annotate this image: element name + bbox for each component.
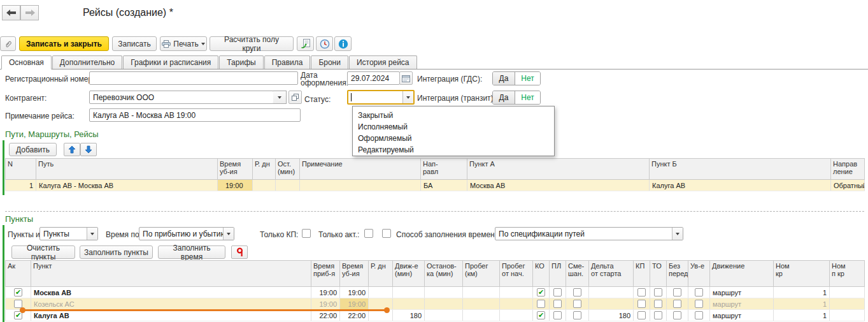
cell-move-min[interactable] xyxy=(393,287,425,298)
cell-direction[interactable]: Обратный xyxy=(831,180,865,191)
column-header[interactable]: N xyxy=(6,159,36,180)
fill-method-select[interactable]: По спецификации путей xyxy=(495,227,683,240)
cell-point-name[interactable]: Козельск АС xyxy=(31,298,311,310)
column-header[interactable]: Ном п кр xyxy=(830,261,865,287)
column-header[interactable]: Движ-е (мин) xyxy=(393,261,425,287)
column-header[interactable]: Время уб-ия xyxy=(218,159,253,180)
cell-point-b[interactable]: Калуга АВ xyxy=(650,180,831,191)
cell-run-from-start[interactable] xyxy=(500,298,533,310)
fill-method-enable-checkbox[interactable] xyxy=(382,229,391,238)
uve-checkbox[interactable] xyxy=(688,298,710,310)
time-by-select[interactable]: По прибытию и убытию xyxy=(139,227,234,240)
cell-run-from-start[interactable] xyxy=(500,287,533,298)
cell-note[interactable] xyxy=(300,180,421,191)
cell-num-kr[interactable]: 1 xyxy=(774,310,830,321)
ko-checkbox[interactable]: ✔ xyxy=(533,287,550,298)
status-combobox[interactable] xyxy=(347,90,415,105)
bez-pered-checkbox[interactable] xyxy=(667,287,688,298)
bez-pered-checkbox[interactable] xyxy=(667,310,688,321)
kp-checkbox[interactable] xyxy=(634,310,650,321)
cell-move-min[interactable]: 180 xyxy=(393,310,425,321)
fill-time-button[interactable]: Заполнить время xyxy=(158,245,225,259)
column-header[interactable]: Дельта от старта xyxy=(589,261,634,287)
active-checkbox[interactable]: ✔ xyxy=(6,310,31,321)
pl-checkbox[interactable] xyxy=(550,310,566,321)
tab-rules[interactable]: Правила xyxy=(264,55,311,69)
pl-checkbox[interactable] xyxy=(550,298,566,310)
mixed-checkbox[interactable] xyxy=(566,298,589,310)
column-header[interactable]: Время уб-ия xyxy=(340,261,369,287)
move-up-button[interactable] xyxy=(64,143,80,156)
point-row-kaluga[interactable]: ✔ Калуга АВ 22:00 22:00 180 ✔ 180 маршру… xyxy=(6,310,865,321)
note-input[interactable]: Калуга АВ - Москва АВ 19:00 xyxy=(89,108,301,122)
cell-movement[interactable]: маршрут xyxy=(710,287,774,298)
cell-ost[interactable] xyxy=(276,180,300,191)
cell-num-p-kr[interactable] xyxy=(830,287,865,298)
column-header[interactable]: Ном кр xyxy=(774,261,830,287)
point-row-kozelsk[interactable]: Козельск АС 19:00 19:00 маршрут 1 xyxy=(6,298,865,310)
save-close-button[interactable]: Записать и закрыть xyxy=(19,36,109,51)
cell-delta[interactable]: 180 xyxy=(589,310,634,321)
column-header[interactable]: Пункт А xyxy=(467,159,650,180)
cell-stop-min[interactable] xyxy=(425,310,463,321)
gds-no-button[interactable]: Нет xyxy=(515,72,540,85)
cell-arrival[interactable]: 22:00 xyxy=(311,310,340,321)
to-checkbox[interactable] xyxy=(650,298,667,310)
transit-no-button[interactable]: Нет xyxy=(515,91,540,104)
table-row[interactable]: 1 Калуга АВ - Москва АВ 19:00 БА Москва … xyxy=(6,180,865,191)
to-checkbox[interactable] xyxy=(650,310,667,321)
uve-checkbox[interactable] xyxy=(688,310,710,321)
calc-semicircles-button[interactable]: Расчитать полу круги xyxy=(210,36,294,51)
column-header[interactable]: КП xyxy=(634,261,650,287)
ko-checkbox[interactable]: ✔ xyxy=(533,310,550,321)
contractor-input[interactable]: Перевозчик ООО xyxy=(89,91,274,104)
column-header[interactable]: Пробег от нач. xyxy=(500,261,533,287)
cell-n[interactable]: 1 xyxy=(6,180,36,191)
cell-num-p-kr[interactable] xyxy=(830,298,865,310)
cell-departure[interactable]: 19:00 xyxy=(340,287,369,298)
cell-num-kr[interactable]: 1 xyxy=(774,298,830,310)
cell-run-from-start[interactable] xyxy=(500,310,533,321)
calendar-button[interactable] xyxy=(399,71,413,85)
fill-points-button[interactable]: Заполнить пункты xyxy=(80,245,153,259)
point-row-moskva[interactable]: ✔ Москва АВ 19:00 19:00 ✔ маршрут 1 xyxy=(6,287,865,298)
column-header[interactable]: КО xyxy=(533,261,550,287)
report-button[interactable] xyxy=(297,36,314,51)
cell-stop-min[interactable] xyxy=(425,298,463,310)
forward-button[interactable] xyxy=(20,5,39,20)
mixed-checkbox[interactable] xyxy=(566,310,589,321)
back-button[interactable] xyxy=(2,5,20,20)
status-option-executing[interactable]: Исполняемый xyxy=(353,121,554,133)
to-checkbox[interactable] xyxy=(650,287,667,298)
column-header[interactable]: Пробег (км) xyxy=(463,261,500,287)
cell-run-km[interactable] xyxy=(463,287,500,298)
cell-movement[interactable]: маршрут xyxy=(710,310,774,321)
print-button[interactable]: Печать xyxy=(160,36,207,51)
tab-schedules[interactable]: Графики и расписания xyxy=(123,55,218,69)
cell-arrival[interactable]: 19:00 xyxy=(311,298,340,310)
cell-dir-code[interactable]: БА xyxy=(421,180,467,191)
column-header[interactable]: Время приб-я xyxy=(311,261,340,287)
column-header[interactable]: Путь xyxy=(36,159,218,180)
active-checkbox[interactable]: ✔ xyxy=(6,287,31,298)
column-header[interactable]: Ост. (мин) xyxy=(276,159,300,180)
cell-stop-min[interactable] xyxy=(425,287,463,298)
ko-checkbox[interactable] xyxy=(533,298,550,310)
column-header[interactable]: Останов- ка (мин) xyxy=(425,261,463,287)
map-pin-button[interactable] xyxy=(231,245,248,259)
column-header[interactable]: Р. дн xyxy=(369,261,393,287)
tab-additional[interactable]: Дополнительно xyxy=(52,55,122,69)
cell-run-km[interactable] xyxy=(463,310,500,321)
tab-main[interactable]: Основная xyxy=(1,55,52,70)
cell-num-p-kr[interactable] xyxy=(830,310,865,321)
column-header[interactable]: ПЛ xyxy=(550,261,566,287)
cell-dep-time[interactable]: 19:00 xyxy=(218,180,253,191)
date-input[interactable]: 29.07.2024 xyxy=(347,71,400,85)
contractor-dropdown-button[interactable] xyxy=(273,91,287,104)
cell-r-dn[interactable] xyxy=(253,180,276,191)
status-option-processing[interactable]: Оформляемый xyxy=(353,133,554,144)
column-header[interactable]: Примечание xyxy=(300,159,421,180)
gds-yes-button[interactable]: Да xyxy=(493,72,515,85)
cell-movement[interactable]: маршрут xyxy=(710,298,774,310)
column-header[interactable]: Направ ление xyxy=(831,159,865,180)
